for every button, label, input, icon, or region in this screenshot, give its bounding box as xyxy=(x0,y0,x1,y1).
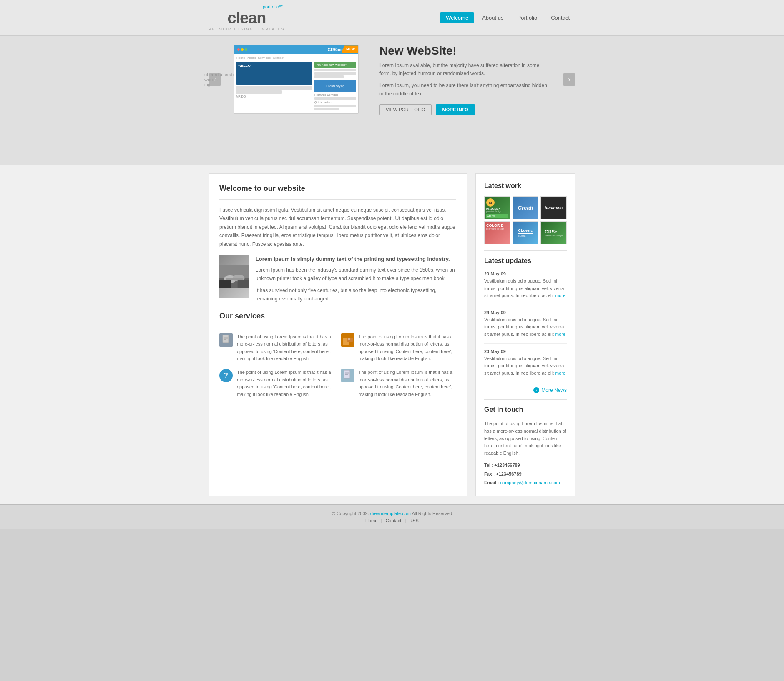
logo-text: clean xyxy=(227,9,266,27)
dot-green xyxy=(245,48,247,51)
dot-yellow xyxy=(241,48,244,51)
update-more-link-2[interactable]: more xyxy=(555,332,565,337)
update-date-3: 20 May 09 xyxy=(484,349,567,354)
nav-portfolio[interactable]: Portfolio xyxy=(511,12,543,23)
more-news-link[interactable]: › More News xyxy=(484,387,567,393)
nav-contact[interactable]: Contact xyxy=(545,12,575,23)
fax-line: Fax : +123456789 xyxy=(484,470,567,478)
work-thumb-3[interactable]: business xyxy=(540,196,567,219)
svg-rect-5 xyxy=(219,280,231,288)
service-item-2: The point of using Lorem Ipsum is that i… xyxy=(341,333,457,363)
get-in-touch-desc: The point of using Lorem Ipsum is that i… xyxy=(484,420,567,457)
tel-label: Tel xyxy=(484,463,490,468)
nav-about[interactable]: About us xyxy=(476,12,509,23)
service-icon-3: ? xyxy=(219,369,233,382)
nav-welcome[interactable]: Welcome xyxy=(440,12,474,23)
update-text-3: Vestibulum quis odio augue. Sed mi turpi… xyxy=(484,355,567,377)
get-in-touch-title: Get in touch xyxy=(484,406,567,416)
latest-work-title: Latest work xyxy=(484,182,567,192)
latest-updates-section: Latest updates 20 May 09 Vestibulum quis… xyxy=(484,257,567,393)
work-thumb-1[interactable]: M MR.DESIGN premium design WELCO xyxy=(484,196,510,219)
email-label: Email xyxy=(484,480,496,485)
fax-label: Fax xyxy=(484,471,492,476)
update-date-1: 20 May 09 xyxy=(484,271,567,276)
update-date-2: 24 May 09 xyxy=(484,310,567,315)
chevron-right-icon: › xyxy=(568,76,570,83)
logo-sub: PREMIUM DESIGN TEMPLATES xyxy=(209,27,285,31)
main-content: Welcome to our website Fusce vehicula di… xyxy=(209,173,467,496)
work-thumbnails: M MR.DESIGN premium design WELCO Creati xyxy=(484,196,567,244)
email-value[interactable]: company@domainname.com xyxy=(500,480,560,485)
hero-desc-2: Lorem Ipsum, you need to be sure there i… xyxy=(379,82,550,98)
latest-updates-title: Latest updates xyxy=(484,257,567,267)
service-text-1: The point of using Lorem Ipsum is that i… xyxy=(237,333,335,363)
main-section: Welcome to our website Fusce vehicula di… xyxy=(0,165,784,504)
service-item-3: ? The point of using Lorem Ipsum is that… xyxy=(219,369,335,398)
work-thumb-5[interactable]: CLdesic HOME xyxy=(513,221,539,244)
tel-value: +123456789 xyxy=(494,463,520,468)
svg-rect-18 xyxy=(345,374,348,375)
view-portfolio-button[interactable]: VIEW PORTFOLIO xyxy=(379,104,432,115)
handshake-image xyxy=(219,255,249,298)
update-more-link-1[interactable]: more xyxy=(555,293,565,298)
latest-work-section: Latest work M MR.DESIGN premium design W… xyxy=(484,182,567,244)
footer-links: Home | Contact | RSS xyxy=(0,518,784,523)
footer-company-link[interactable]: dreamtemplate.com xyxy=(370,511,411,516)
footer-copy: © Copyright 2009. dreamtemplate.com All … xyxy=(0,511,784,516)
logo-portfolio: portfolio** xyxy=(209,4,283,9)
email-line: Email : company@domainname.com xyxy=(484,478,567,487)
welcome-col-body1: Lorem Ipsum has been the industry's stan… xyxy=(256,266,456,283)
dot-red xyxy=(237,48,240,51)
slider-image: NEW GRScompany Home About Services Conta… xyxy=(234,45,359,114)
footer-home-link[interactable]: Home xyxy=(365,518,377,523)
update-item-1: 20 May 09 Vestibulum quis odio augue. Se… xyxy=(484,271,567,305)
svg-rect-19 xyxy=(343,377,350,377)
footer: © Copyright 2009. dreamtemplate.com All … xyxy=(0,504,784,529)
update-more-link-3[interactable]: more xyxy=(555,371,565,376)
welcome-divider xyxy=(219,199,456,200)
more-info-button[interactable]: MORE INFO xyxy=(436,104,475,115)
logo: portfolio** clean PREMIUM DESIGN TEMPLAT… xyxy=(209,4,285,31)
service-text-4: The point of using Lorem Ipsum is that i… xyxy=(359,369,457,398)
hero-text-area: New WebSite! Lorem Ipsum available, but … xyxy=(371,44,550,115)
updates-list: 20 May 09 Vestibulum quis odio augue. Se… xyxy=(484,271,567,382)
service-item-4: The point of using Lorem Ipsum is that i… xyxy=(341,369,457,398)
get-in-touch-section: Get in touch The point of using Lorem Ip… xyxy=(484,406,567,487)
hero-section: uffered alteration in words. ing ‹ NEW G… xyxy=(0,36,784,165)
more-news-icon: › xyxy=(533,387,539,393)
header: portfolio** clean PREMIUM DESIGN TEMPLAT… xyxy=(0,0,784,36)
svg-rect-16 xyxy=(345,372,349,373)
service-icon-1 xyxy=(219,333,233,347)
welcome-title: Welcome to our website xyxy=(219,184,456,193)
svg-rect-8 xyxy=(224,337,228,338)
work-thumb-6[interactable]: GRSc premium design xyxy=(540,221,567,244)
service-text-2: The point of using Lorem Ipsum is that i… xyxy=(359,333,457,363)
work-thumb-2[interactable]: Creati xyxy=(513,196,539,219)
service-icon-4 xyxy=(341,369,354,382)
update-item-2: 24 May 09 Vestibulum quis odio augue. Se… xyxy=(484,310,567,344)
welcome-col-body2: It has survived not only five centuries,… xyxy=(256,286,456,303)
svg-point-14 xyxy=(348,338,350,340)
footer-rss-link[interactable]: RSS xyxy=(409,518,419,523)
services-title: Our services xyxy=(219,312,456,320)
svg-rect-6 xyxy=(238,280,249,288)
footer-contact-link[interactable]: Contact xyxy=(385,518,401,523)
tel-line: Tel : +123456789 xyxy=(484,461,567,470)
svg-rect-17 xyxy=(345,373,349,374)
main-nav: Welcome About us Portfolio Contact xyxy=(440,12,575,23)
svg-rect-9 xyxy=(224,338,228,339)
contact-info: Tel : +123456789 Fax : +123456789 Email … xyxy=(484,461,567,487)
update-text-1: Vestibulum quis odio augue. Sed mi turpi… xyxy=(484,278,567,300)
services-divider xyxy=(219,327,456,327)
work-thumb-4[interactable]: COLOR D premium design xyxy=(484,221,510,244)
more-news-label: More News xyxy=(541,387,567,393)
hero-desc-1: Lorem Ipsum available, but the majority … xyxy=(379,62,550,78)
service-item-1: The point of using Lorem Ipsum is that i… xyxy=(219,333,335,363)
update-item-3: 20 May 09 Vestibulum quis odio augue. Se… xyxy=(484,349,567,383)
service-text-3: The point of using Lorem Ipsum is that i… xyxy=(237,369,335,398)
update-text-2: Vestibulum quis odio augue. Sed mi turpi… xyxy=(484,316,567,338)
svg-rect-13 xyxy=(343,342,349,345)
hero-title: New WebSite! xyxy=(379,44,550,58)
welcome-body: Fusce vehicula dignissim ligula. Vestibu… xyxy=(219,206,456,248)
slider-next-button[interactable]: › xyxy=(563,73,575,86)
